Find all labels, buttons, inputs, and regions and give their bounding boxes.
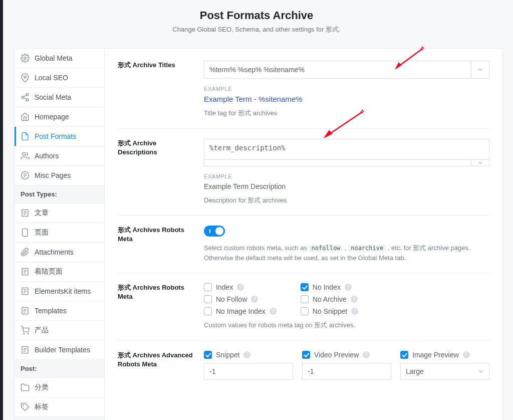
- checkbox-no-archive[interactable]: No Archive?: [301, 295, 358, 303]
- help-icon[interactable]: ?: [363, 351, 370, 358]
- select-value: Large: [406, 367, 424, 375]
- sidebar-item-label: 着陆页面: [35, 267, 63, 276]
- sidebar-item-attachments[interactable]: Attachments: [15, 243, 104, 262]
- checkbox-icon: [204, 307, 212, 315]
- checkbox-no-index[interactable]: No Index?: [301, 283, 358, 291]
- tag-icon: [21, 402, 30, 411]
- sidebar-item-global-meta[interactable]: Global Meta: [15, 49, 104, 68]
- page-header: Post Formats Archive Change Global SEO, …: [0, 0, 513, 38]
- sidebar-item-products[interactable]: 产品: [15, 321, 104, 340]
- checkbox-no-snippet[interactable]: No Snippet?: [301, 307, 358, 315]
- checkbox-no-follow[interactable]: No Follow?: [204, 295, 277, 303]
- snippet-input[interactable]: [204, 363, 293, 380]
- tablet-icon: [21, 228, 30, 237]
- checkbox-icon: [301, 295, 309, 303]
- checkbox-image-preview[interactable]: Image Preview?: [400, 351, 489, 359]
- help-icon[interactable]: ?: [251, 296, 258, 303]
- sidebar-item-label: Attachments: [35, 248, 74, 256]
- annotation-arrow-icon: [389, 47, 424, 72]
- section-label: 形式 Archives Robots Meta: [118, 226, 193, 263]
- code-chip: noarchive: [348, 245, 386, 252]
- archive-title-input[interactable]: [204, 61, 471, 78]
- sidebar-item-label: 文章: [35, 208, 49, 218]
- svg-rect-8: [23, 229, 28, 237]
- sidebar-item-label: Builder Templates: [35, 346, 90, 354]
- doc-icon: [21, 345, 30, 354]
- section-robots-toggle: 形式 Archives Robots Meta Select custom ro…: [118, 215, 489, 273]
- checkbox-snippet[interactable]: Snippet?: [204, 351, 293, 359]
- checkbox-icon: [301, 307, 309, 315]
- help-icon[interactable]: ?: [351, 296, 358, 303]
- sidebar-item-label: Templates: [35, 307, 67, 315]
- cart-icon: [21, 326, 30, 335]
- chevron-down-icon: [477, 67, 483, 73]
- svg-point-15: [23, 405, 24, 406]
- sidebar-item-label: Global Meta: [35, 54, 72, 62]
- section-robots-meta: 形式 Archives Robots Meta Index? No Follow…: [118, 273, 489, 340]
- title-variable-dropdown[interactable]: [471, 61, 489, 78]
- doc-icon: [21, 306, 30, 315]
- description-variable-dropdown[interactable]: [471, 160, 489, 166]
- checkbox-icon: [204, 295, 212, 303]
- checkbox-index[interactable]: Index?: [204, 283, 277, 291]
- sidebar-item-label: 产品: [35, 326, 49, 335]
- sidebar-item-category[interactable]: 分类: [15, 378, 104, 397]
- help-icon[interactable]: ?: [345, 284, 352, 291]
- sidebar-item-builder-templates[interactable]: Builder Templates: [15, 340, 104, 360]
- home-icon: [21, 112, 30, 121]
- sidebar-item-tag[interactable]: 标签: [15, 397, 104, 417]
- sidebar-item-local-seo[interactable]: Local SEO: [15, 68, 104, 88]
- sidebar-item-authors[interactable]: Authors: [15, 146, 104, 166]
- sidebar-item-misc-pages[interactable]: Misc Pages: [15, 166, 104, 185]
- paperclip-icon: [21, 248, 30, 257]
- sidebar-item-elementskit[interactable]: ElementsKit items: [15, 282, 104, 301]
- section-label: 形式 Archive Descriptions: [118, 139, 193, 205]
- sidebar-item-landing[interactable]: 着陆页面: [15, 262, 104, 282]
- checkbox-video-preview[interactable]: Video Preview?: [302, 351, 391, 359]
- help-icon[interactable]: ?: [243, 351, 250, 358]
- section-archive-titles: 形式 Archive Titles EXAMPLE Example Term -…: [118, 58, 489, 128]
- sidebar-heading-post: Post:: [15, 360, 104, 378]
- svg-point-4: [26, 99, 29, 101]
- checkbox-no-image-index[interactable]: No Image Index?: [204, 307, 277, 315]
- archive-description-input[interactable]: %term_description%: [204, 139, 489, 159]
- help-icon[interactable]: ?: [351, 308, 358, 315]
- svg-point-0: [24, 57, 27, 60]
- sidebar-item-label: Homepage: [35, 113, 69, 121]
- sidebar-item-pages[interactable]: 页面: [15, 223, 104, 243]
- checkbox-icon: [301, 283, 309, 291]
- page-icon: [21, 132, 30, 141]
- sidebar-item-label: ElementsKit items: [35, 287, 91, 295]
- sidebar-item-posts[interactable]: 文章: [15, 203, 104, 223]
- sidebar-item-homepage[interactable]: Homepage: [15, 107, 104, 127]
- example-preview: Example Term Description: [204, 182, 489, 190]
- sidebar-item-label: 分类: [35, 383, 49, 392]
- svg-point-3: [22, 96, 24, 99]
- help-icon[interactable]: ?: [463, 351, 470, 358]
- robots-meta-toggle[interactable]: [204, 226, 225, 237]
- toggle-knob: [215, 227, 223, 235]
- section-label: 形式 Archives Robots Meta: [118, 283, 193, 330]
- chevron-down-icon: [478, 368, 484, 374]
- sidebar-item-label: 页面: [35, 228, 49, 237]
- misc-icon: [21, 171, 30, 180]
- section-label: 形式 Archive Titles: [118, 61, 193, 118]
- sidebar-heading-product: Product:: [15, 417, 104, 420]
- help-icon[interactable]: ?: [237, 284, 244, 291]
- help-icon[interactable]: ?: [270, 308, 277, 315]
- archive-description-input-wrap: %term_description%: [204, 139, 489, 166]
- robots-meta-help: Custom values for robots meta tag on 形式 …: [204, 320, 489, 330]
- sidebar-item-label: Social Meta: [35, 93, 71, 101]
- users-icon: [21, 151, 30, 160]
- image-preview-select[interactable]: Large: [400, 363, 489, 380]
- sidebar-item-label: Authors: [35, 152, 59, 160]
- example-caption: EXAMPLE: [204, 86, 489, 92]
- sidebar-item-social-meta[interactable]: Social Meta: [15, 88, 104, 107]
- page-subtitle: Change Global SEO, Schema, and other set…: [0, 25, 513, 34]
- video-preview-input[interactable]: [302, 363, 391, 380]
- svg-point-12: [24, 333, 25, 334]
- sidebar-item-post-formats[interactable]: Post Formats: [15, 127, 104, 146]
- gear-icon: [21, 54, 30, 63]
- sidebar-item-templates[interactable]: Templates: [15, 301, 104, 321]
- section-archive-descriptions: 形式 Archive Descriptions %term_descriptio…: [118, 128, 489, 216]
